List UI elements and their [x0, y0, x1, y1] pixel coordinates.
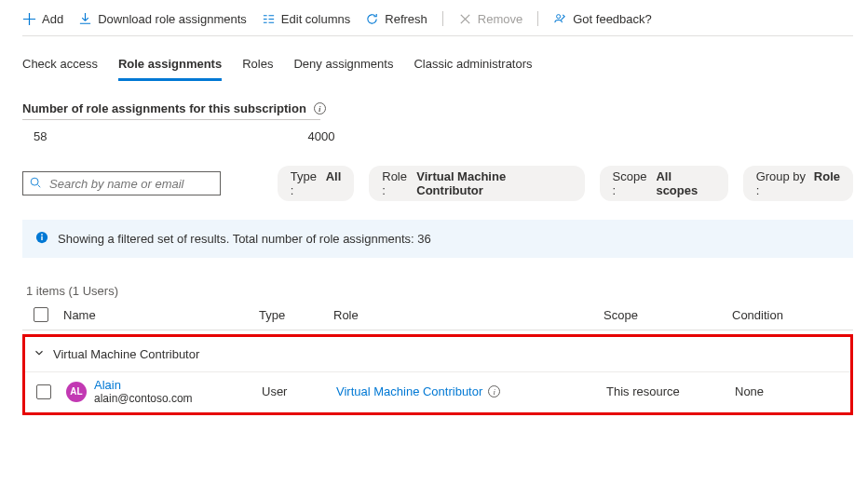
svg-rect-3 — [41, 236, 42, 240]
tab-role-assignments[interactable]: Role assignments — [118, 49, 222, 81]
info-icon — [35, 231, 48, 247]
download-button[interactable]: Download role assignments — [78, 12, 247, 26]
filter-scope-value: All scopes — [656, 169, 714, 197]
name-cell: AL Alain alain@contoso.com — [66, 378, 262, 405]
items-count-label: 1 items (1 Users) — [26, 284, 853, 298]
feedback-button[interactable]: Got feedback? — [553, 12, 652, 26]
search-icon — [29, 176, 42, 192]
filter-role[interactable]: Role : Virtual Machine Contributor — [369, 166, 584, 201]
info-icon[interactable]: i — [488, 385, 500, 397]
search-input-field[interactable] — [47, 176, 214, 192]
remove-button: Remove — [458, 12, 522, 26]
scope-cell: This resource — [606, 384, 735, 398]
col-scope[interactable]: Scope — [604, 308, 732, 322]
info-bar-text: Showing a filtered set of results. Total… — [58, 232, 431, 246]
toolbar-divider — [537, 11, 538, 26]
role-cell: Virtual Machine Contributor i — [336, 384, 606, 398]
filter-bar: Type : All Role : Virtual Machine Contri… — [22, 166, 853, 201]
table-header: Name Type Role Scope Condition — [22, 298, 853, 330]
highlighted-region: Virtual Machine Contributor AL Alain ala… — [22, 334, 853, 415]
col-role[interactable]: Role — [333, 308, 604, 322]
plus-icon — [22, 12, 36, 26]
filter-scope[interactable]: Scope : All scopes — [600, 166, 728, 201]
tab-bar: Check access Role assignments Roles Deny… — [22, 36, 853, 81]
user-email: alain@contoso.com — [94, 392, 193, 405]
refresh-icon — [365, 12, 379, 26]
add-label: Add — [42, 12, 63, 26]
add-button[interactable]: Add — [22, 12, 63, 26]
count-bar — [22, 119, 320, 120]
count-heading: Number of role assignments for this subs… — [22, 101, 853, 115]
tab-deny-assignments[interactable]: Deny assignments — [293, 49, 393, 81]
col-type[interactable]: Type — [259, 308, 333, 322]
col-name[interactable]: Name — [63, 308, 259, 322]
group-title: Virtual Machine Contributor — [53, 347, 199, 361]
count-values: 58 4000 — [34, 129, 853, 143]
tab-classic-administrators[interactable]: Classic administrators — [414, 49, 532, 81]
filter-groupby-label: Group by : — [756, 169, 810, 197]
role-link[interactable]: Virtual Machine Contributor — [336, 384, 482, 398]
info-icon[interactable]: i — [314, 102, 326, 115]
svg-point-4 — [41, 234, 43, 236]
edit-columns-button[interactable]: Edit columns — [262, 12, 350, 26]
svg-point-1 — [31, 178, 38, 185]
type-cell: User — [262, 384, 336, 398]
svg-point-0 — [557, 14, 561, 18]
remove-icon — [458, 12, 472, 26]
feedback-label: Got feedback? — [573, 12, 652, 26]
edit-columns-label: Edit columns — [281, 12, 350, 26]
tab-roles[interactable]: Roles — [242, 49, 273, 81]
feedback-icon — [553, 12, 567, 26]
command-bar: Add Download role assignments Edit colum… — [22, 7, 853, 36]
refresh-button[interactable]: Refresh — [365, 12, 427, 26]
filter-type[interactable]: Type : All — [278, 166, 355, 201]
info-bar: Showing a filtered set of results. Total… — [22, 220, 853, 258]
columns-icon — [262, 12, 276, 26]
download-label: Download role assignments — [98, 12, 247, 26]
remove-label: Remove — [478, 12, 522, 26]
refresh-label: Refresh — [385, 12, 427, 26]
count-heading-label: Number of role assignments for this subs… — [22, 101, 306, 115]
filter-scope-label: Scope : — [613, 169, 653, 197]
filter-groupby-value: Role — [814, 169, 840, 197]
count-max: 4000 — [307, 129, 334, 143]
row-checkbox[interactable] — [36, 384, 51, 399]
filter-groupby[interactable]: Group by : Role — [743, 166, 853, 201]
count-current: 58 — [34, 129, 47, 143]
download-icon — [78, 12, 92, 26]
filter-role-label: Role : — [382, 169, 413, 197]
group-header[interactable]: Virtual Machine Contributor — [25, 337, 850, 371]
toolbar-divider — [442, 11, 443, 26]
search-input[interactable] — [22, 171, 221, 195]
filter-role-value: Virtual Machine Contributor — [416, 169, 571, 197]
condition-cell: None — [735, 384, 850, 398]
avatar: AL — [66, 382, 87, 402]
chevron-down-icon — [33, 346, 46, 362]
table-row[interactable]: AL Alain alain@contoso.com User Virtual … — [25, 371, 850, 412]
tab-check-access[interactable]: Check access — [22, 49, 98, 81]
user-name-link[interactable]: Alain — [94, 378, 193, 392]
filter-type-label: Type : — [291, 169, 322, 197]
filter-type-value: All — [326, 169, 342, 197]
select-all-checkbox[interactable] — [34, 307, 48, 322]
col-condition[interactable]: Condition — [732, 308, 853, 322]
